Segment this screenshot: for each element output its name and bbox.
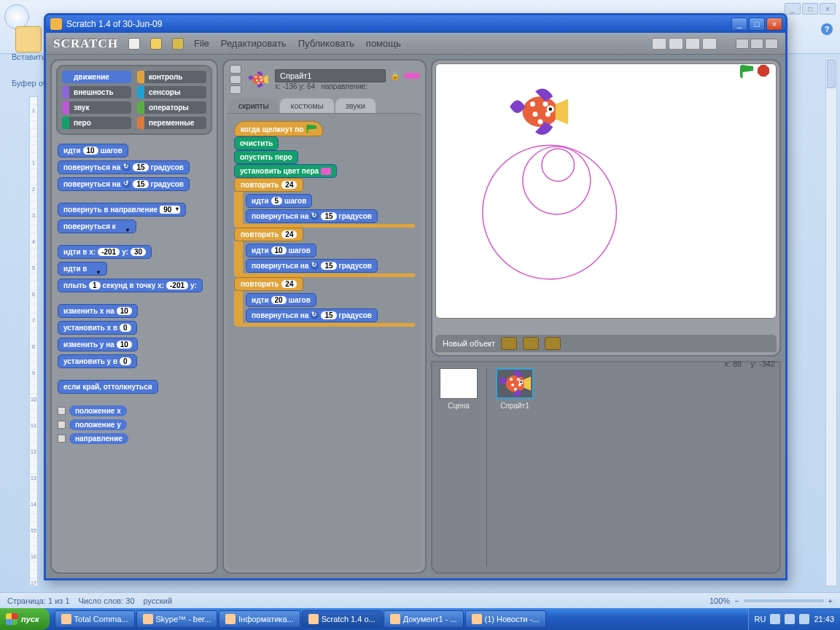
script-turn3[interactable]: повернуться на15градусов xyxy=(246,308,378,322)
script-area[interactable]: когда щелкнут по очистить опустить перо … xyxy=(227,113,422,569)
stop-button[interactable] xyxy=(758,65,769,77)
block-point-to[interactable]: повернуться к xyxy=(58,219,136,233)
checkbox-x[interactable] xyxy=(58,407,66,415)
block-turn-cw[interactable]: повернуться на15градусов xyxy=(58,160,190,174)
stage-thumb[interactable]: Сцена xyxy=(438,368,479,567)
block-goto[interactable]: идти в xyxy=(58,262,107,276)
status-page: Страница: 1 из 1 xyxy=(7,596,70,605)
titlebar[interactable]: Scratch 1.4 of 30-Jun-09 _ □ × xyxy=(46,15,785,33)
stamp-icon[interactable] xyxy=(652,38,666,50)
random-sprite-icon[interactable] xyxy=(545,337,561,350)
normal-stage-icon[interactable] xyxy=(750,39,763,49)
lang-indicator[interactable]: RU xyxy=(755,615,766,623)
tab-costumes[interactable]: костюмы xyxy=(280,98,333,113)
grow-icon[interactable] xyxy=(685,38,700,50)
category-контроль[interactable]: контроль xyxy=(137,71,206,83)
zoom-minus[interactable]: − xyxy=(734,596,739,605)
block-glide[interactable]: плыть1секунд в точку x:-201y: xyxy=(58,279,203,292)
green-flag-button[interactable] xyxy=(740,65,753,78)
reporter-dir[interactable]: направление xyxy=(69,433,128,444)
rotate-none-icon[interactable] xyxy=(230,85,241,94)
block-bounce[interactable]: если край, оттолкнуться xyxy=(58,380,158,394)
word-close-icon[interactable]: × xyxy=(820,3,836,15)
help-icon[interactable]: ? xyxy=(821,23,833,35)
svg-point-8 xyxy=(483,145,617,279)
script-repeat2[interactable]: повторить24 xyxy=(234,228,303,241)
globe-icon[interactable] xyxy=(128,38,140,50)
tray-icon[interactable] xyxy=(770,614,780,624)
tab-sounds[interactable]: звуки xyxy=(335,98,376,113)
clock[interactable]: 21:43 xyxy=(814,615,834,623)
rotate-lr-icon[interactable] xyxy=(230,75,241,84)
word-ruler: 1123456789101112131415161718 xyxy=(29,96,38,586)
script-move3[interactable]: идти20шагов xyxy=(246,293,316,307)
category-звук[interactable]: звук xyxy=(62,101,131,114)
close-button[interactable]: × xyxy=(766,18,782,31)
tab-scripts[interactable]: скрипты xyxy=(228,98,279,113)
block-goto-xy[interactable]: идти в x:-201y:30 xyxy=(58,245,152,259)
script-clear[interactable]: очистить xyxy=(234,136,279,150)
block-turn-ccw[interactable]: повернуться на15градусов xyxy=(58,177,190,191)
sprite-name-field[interactable] xyxy=(275,69,386,82)
menu-file[interactable]: File xyxy=(194,38,209,49)
word-scrollbar[interactable] xyxy=(825,57,837,586)
category-сенсоры[interactable]: сенсоры xyxy=(137,86,206,98)
paint-sprite-icon[interactable] xyxy=(501,337,517,350)
lock-icon[interactable]: 🔒 xyxy=(390,71,400,80)
reporter-x[interactable]: положение x xyxy=(69,405,127,416)
taskbar-task[interactable]: Skype™ - ber... xyxy=(136,610,218,628)
shrink-icon[interactable] xyxy=(702,38,717,50)
saveas-icon[interactable] xyxy=(172,38,184,50)
present-icon[interactable] xyxy=(765,39,778,49)
reporter-y[interactable]: положение y xyxy=(69,419,127,430)
checkbox-dir[interactable] xyxy=(58,435,66,443)
script-repeat1[interactable]: повторить24 xyxy=(234,178,303,192)
office-button[interactable] xyxy=(4,4,29,29)
start-button[interactable]: пуск xyxy=(0,608,50,630)
paste-icon[interactable] xyxy=(15,26,42,52)
zoom-slider[interactable] xyxy=(744,599,824,602)
script-repeat3[interactable]: повторить24 xyxy=(234,277,303,291)
taskbar-task[interactable]: (1) Новости -... xyxy=(465,610,546,628)
menu-edit[interactable]: Редактировать xyxy=(221,38,287,49)
checkbox-y[interactable] xyxy=(58,421,66,429)
category-движение[interactable]: движение xyxy=(62,71,131,83)
block-set-x[interactable]: установить x в0 xyxy=(58,321,137,335)
script-pencolor[interactable]: установить цвет пера xyxy=(234,164,337,178)
taskbar-task[interactable]: Інформатика... xyxy=(219,610,300,628)
menu-share[interactable]: Публиковать xyxy=(298,38,354,49)
block-point-dir[interactable]: повернуть в направление90 xyxy=(58,203,186,217)
taskbar-task[interactable]: Scratch 1.4 o... xyxy=(302,610,382,628)
word-min-icon[interactable]: _ xyxy=(785,3,801,15)
save-icon[interactable] xyxy=(150,38,162,50)
choose-sprite-icon[interactable] xyxy=(523,337,539,350)
minimize-button[interactable]: _ xyxy=(731,18,747,31)
category-внешность[interactable]: внешность xyxy=(62,86,131,98)
category-перо[interactable]: перо xyxy=(62,117,131,129)
script-turn2[interactable]: повернуться на15градусов xyxy=(246,259,378,273)
stage[interactable] xyxy=(435,63,777,319)
script-turn1[interactable]: повернуться на15градусов xyxy=(246,209,378,223)
script-hat[interactable]: когда щелкнут по xyxy=(234,121,323,136)
sprite-thumb[interactable]: Спрайт1 xyxy=(494,368,535,567)
small-stage-icon[interactable] xyxy=(736,39,749,49)
zoom-plus[interactable]: + xyxy=(828,596,833,605)
category-переменные[interactable]: переменные xyxy=(137,117,206,129)
category-операторы[interactable]: операторы xyxy=(137,101,206,114)
rotate-free-icon[interactable] xyxy=(230,65,241,74)
word-max-icon[interactable]: □ xyxy=(802,3,818,15)
block-move[interactable]: идти10шагов xyxy=(58,144,128,158)
script-move1[interactable]: идти5шагов xyxy=(246,194,312,208)
tray-icon[interactable] xyxy=(785,614,795,624)
block-change-y[interactable]: изменить y на10 xyxy=(58,338,138,351)
cut-icon[interactable] xyxy=(669,38,683,50)
maximize-button[interactable]: □ xyxy=(749,18,765,31)
script-pendown[interactable]: опустить перо xyxy=(234,150,298,164)
tray-icon[interactable] xyxy=(799,614,809,624)
block-set-y[interactable]: установить y в0 xyxy=(58,354,137,368)
script-move2[interactable]: идти10шагов xyxy=(246,244,316,257)
taskbar-task[interactable]: Документ1 - ... xyxy=(384,610,464,628)
menu-help[interactable]: помощь xyxy=(366,38,401,49)
taskbar-task[interactable]: Total Comma... xyxy=(55,610,135,628)
block-change-x[interactable]: изменить x на10 xyxy=(58,304,138,318)
